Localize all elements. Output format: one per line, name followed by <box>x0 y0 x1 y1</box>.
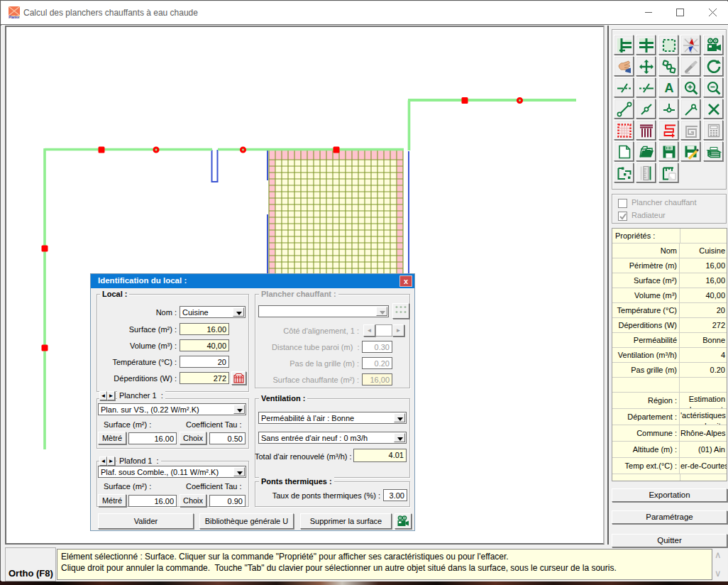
svg-text:A: A <box>665 81 674 95</box>
svg-text:Planlor: Planlor <box>9 16 20 19</box>
